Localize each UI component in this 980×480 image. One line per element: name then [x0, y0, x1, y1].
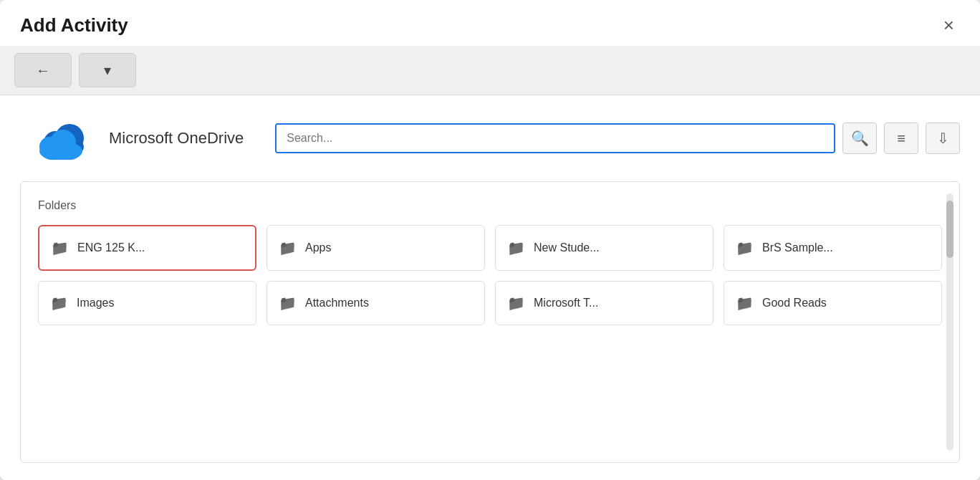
folder-icon: 📁	[507, 239, 525, 256]
folder-name: Images	[77, 297, 114, 309]
scrollbar-thumb	[946, 201, 953, 258]
back-button[interactable]: ←	[14, 53, 72, 87]
folder-item-brsample[interactable]: 📁 BrS Sample...	[724, 225, 942, 271]
folder-item-eng125k[interactable]: 📁 ENG 125 K...	[38, 225, 256, 271]
onedrive-logo	[20, 112, 92, 164]
content-area: Microsoft OneDrive 🔍 ≡ ⇩	[0, 95, 980, 480]
folder-name: Attachments	[305, 297, 369, 309]
folders-grid: 📁 ENG 125 K... 📁 Apps 📁 New Stude... 📁 B…	[38, 225, 942, 325]
nav-bar: ← ▾	[0, 46, 980, 95]
provider-name: Microsoft OneDrive	[109, 129, 244, 148]
search-button[interactable]: 🔍	[842, 123, 877, 154]
folder-name: Microsoft T...	[534, 297, 598, 309]
folder-name: ENG 125 K...	[77, 241, 145, 254]
sort-button[interactable]: ⇩	[926, 123, 960, 154]
folder-name: New Stude...	[534, 241, 600, 254]
section-label: Folders	[38, 199, 942, 212]
modal-title: Add Activity	[20, 14, 128, 37]
search-icon: 🔍	[851, 130, 869, 147]
modal: Add Activity × ← ▾ Mic	[0, 0, 980, 480]
folder-item-attachments[interactable]: 📁 Attachments	[266, 281, 485, 325]
close-button[interactable]: ×	[938, 13, 960, 37]
folder-icon: 📁	[736, 294, 754, 312]
folder-icon: 📁	[279, 294, 297, 312]
folder-icon: 📁	[279, 239, 297, 256]
folder-item-goodreads[interactable]: 📁 Good Reads	[724, 281, 942, 325]
sort-icon: ⇩	[937, 130, 949, 147]
folder-icon: 📁	[507, 294, 525, 312]
search-input-wrapper	[275, 123, 835, 153]
folder-icon: 📁	[736, 239, 754, 256]
svg-point-5	[50, 130, 76, 155]
file-browser: Folders 📁 ENG 125 K... 📁 Apps 📁 New Stud…	[20, 181, 960, 463]
folder-item-apps[interactable]: 📁 Apps	[266, 225, 485, 271]
search-area: 🔍 ≡ ⇩	[275, 123, 960, 154]
folder-item-newstudie[interactable]: 📁 New Stude...	[495, 225, 714, 271]
scrollbar-track[interactable]	[946, 193, 953, 451]
modal-header: Add Activity ×	[0, 0, 980, 46]
folder-item-images[interactable]: 📁 Images	[38, 281, 256, 325]
folder-name: Apps	[305, 241, 331, 254]
folder-name: Good Reads	[762, 297, 827, 309]
dropdown-button[interactable]: ▾	[79, 53, 136, 87]
search-input[interactable]	[277, 125, 834, 152]
folder-item-microsoftt[interactable]: 📁 Microsoft T...	[495, 281, 714, 325]
provider-row: Microsoft OneDrive 🔍 ≡ ⇩	[20, 112, 960, 164]
filter-button[interactable]: ≡	[884, 123, 918, 154]
folder-icon: 📁	[51, 239, 69, 256]
filter-icon: ≡	[897, 130, 905, 147]
folder-icon: 📁	[50, 294, 68, 312]
folder-name: BrS Sample...	[762, 241, 833, 254]
